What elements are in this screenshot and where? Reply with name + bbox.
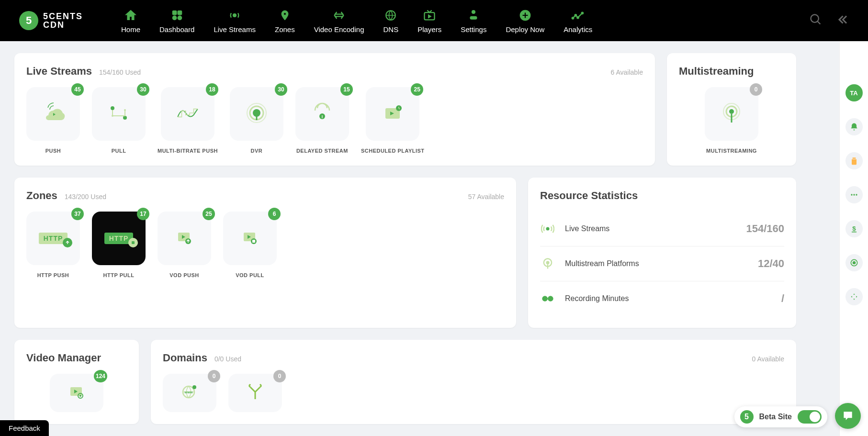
tile-vod-pull[interactable]: 6 VOD PULL [223, 212, 277, 278]
beta-switch[interactable] [798, 410, 822, 424]
multistreaming-card: Multistreaming 0 MULTISTREAMING [667, 53, 796, 166]
brand-name-2: CDN [43, 21, 83, 29]
right-rail: TA $ [839, 41, 868, 436]
stats-card: Resource Statistics Live Streams 154/160… [528, 178, 796, 328]
svg-point-11 [572, 17, 574, 19]
svg-point-16 [111, 106, 114, 110]
svg-point-12 [575, 14, 577, 16]
svg-rect-35 [252, 240, 255, 243]
disk-icon [128, 238, 138, 247]
tile-push[interactable]: 45 PUSH [26, 87, 80, 154]
brand-mark: 5 [19, 11, 38, 30]
vod-push-icon [172, 225, 196, 251]
recording-icon [540, 291, 555, 306]
video-manager-card: Video Manager 124 [14, 340, 139, 424]
brand-logo[interactable]: 5 5CENTS CDN [19, 11, 83, 30]
tile-multi-bitrate[interactable]: 18 MULTI-BITRATE PUSH [158, 87, 218, 154]
svg-rect-30 [132, 241, 135, 244]
svg-point-39 [542, 296, 548, 302]
pull-icon [107, 101, 131, 127]
nav-players[interactable]: Players [417, 8, 441, 34]
routes-icon [243, 380, 267, 406]
www-icon: WWW [178, 380, 202, 406]
dashboard-icon [170, 8, 184, 22]
svg-point-27 [729, 109, 734, 114]
avatar[interactable]: TA [845, 84, 863, 101]
brand-name-1: 5CENTS [43, 12, 83, 21]
video-gear-icon [65, 380, 89, 406]
svg-point-52 [852, 261, 856, 265]
encoding-icon [332, 8, 346, 22]
search-icon[interactable] [809, 13, 823, 28]
nav-analytics[interactable]: Analytics [564, 8, 592, 34]
cloud-push-icon [41, 101, 65, 127]
domains-card: Domains 0/0 Used 0 Available 0 WWW 0 [151, 340, 796, 424]
svg-point-19 [124, 109, 126, 111]
svg-point-3 [178, 16, 182, 20]
nav-settings[interactable]: Settings [461, 8, 486, 34]
tile-domain-route[interactable]: 0 [228, 374, 282, 412]
delayed-icon: ! [310, 101, 334, 127]
main-content: Live Streams 154/160 Used 6 Available 45… [0, 41, 811, 436]
beta-toggle: 5 Beta Site [734, 406, 827, 427]
tile-delayed[interactable]: 15 ! DELAYED STREAM [295, 87, 349, 154]
chat-button[interactable] [835, 403, 861, 429]
collapse-icon[interactable] [834, 12, 849, 29]
analytics-icon [571, 8, 585, 22]
zones-card: Zones 143/200 Used 57 Available 37 HTTP … [14, 178, 516, 328]
nav-dns[interactable]: DNS [383, 8, 398, 34]
bell-icon[interactable] [845, 118, 863, 135]
tile-http-push[interactable]: 37 HTTP HTTP PUSH [26, 212, 80, 278]
svg-point-4 [233, 13, 237, 17]
svg-point-43 [79, 395, 81, 397]
jar-icon[interactable] [845, 152, 863, 169]
pin-icon [278, 8, 292, 22]
svg-point-18 [112, 115, 113, 117]
record-icon[interactable] [845, 254, 863, 271]
globe-icon [383, 8, 398, 22]
svg-point-40 [548, 296, 553, 302]
live-streams-card: Live Streams 154/160 Used 6 Available 45… [14, 53, 655, 166]
nav-live-streams[interactable]: Live Streams [214, 8, 256, 34]
antenna-icon [720, 101, 744, 127]
move-icon[interactable] [845, 288, 863, 305]
tile-domain-www[interactable]: 0 WWW [163, 374, 216, 412]
broadcast-icon [540, 221, 555, 236]
svg-point-15 [811, 15, 819, 22]
nav-home[interactable]: Home [121, 8, 140, 34]
main-nav: Home Dashboard Live Streams Zones Video … [121, 8, 800, 34]
tile-dvr[interactable]: 30 DVR [230, 87, 283, 154]
feedback-button[interactable]: Feedback [0, 420, 49, 436]
svg-point-8 [472, 10, 475, 13]
svg-point-48 [853, 194, 855, 195]
up-arrow-icon [63, 238, 72, 247]
svg-point-47 [851, 194, 852, 195]
dollar-icon[interactable]: $ [845, 220, 863, 237]
nav-dashboard[interactable]: Dashboard [159, 8, 194, 34]
tile-scheduled[interactable]: 25 SCHEDULED PLAYLIST [361, 87, 425, 154]
nav-zones[interactable]: Zones [275, 8, 295, 34]
svg-point-17 [123, 116, 127, 120]
settings-icon [466, 8, 481, 22]
svg-text:WWW: WWW [185, 391, 193, 394]
tile-vod-push[interactable]: 25 VOD PUSH [158, 212, 211, 278]
svg-point-37 [546, 261, 550, 264]
nav-deploy[interactable]: Deploy Now [506, 8, 544, 34]
tile-video-manager[interactable]: 124 [50, 374, 103, 412]
tile-http-pull[interactable]: 17 HTTP HTTP PULL [92, 212, 146, 278]
topbar: 5 5CENTS CDN Home Dashboard Live Streams… [0, 0, 868, 41]
nav-video-encoding[interactable]: Video Encoding [314, 8, 364, 34]
tile-multistreaming[interactable]: 0 MULTISTREAMING [705, 87, 758, 154]
card-title: Live Streams [26, 65, 92, 78]
svg-point-49 [856, 194, 857, 195]
tile-pull[interactable]: 30 PULL [92, 87, 146, 154]
stat-row: Multistream Platforms 12/40 [540, 246, 784, 281]
svg-rect-1 [178, 11, 182, 15]
more-icon[interactable] [845, 186, 863, 203]
home-icon [124, 8, 138, 22]
tv-icon [422, 8, 437, 22]
svg-rect-0 [172, 11, 177, 15]
svg-point-36 [546, 227, 550, 231]
svg-point-5 [283, 12, 286, 15]
vod-pull-icon [238, 225, 262, 251]
